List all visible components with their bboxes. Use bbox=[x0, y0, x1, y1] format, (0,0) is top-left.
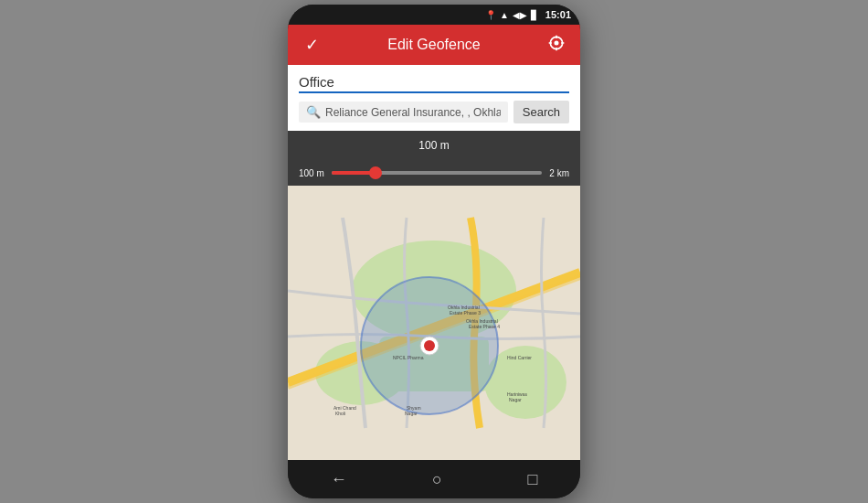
search-bar-container: 🔍 Search bbox=[288, 97, 580, 131]
name-field-container bbox=[288, 65, 580, 97]
radius-slider[interactable] bbox=[332, 171, 543, 175]
check-button[interactable]: ✓ bbox=[299, 35, 324, 55]
battery-icon: ▊ bbox=[531, 10, 538, 20]
recent-apps-button[interactable]: □ bbox=[509, 463, 556, 497]
radius-label: 100 m bbox=[418, 139, 449, 152]
status-icons: 📍 ▲ ◀▶ ▊ 15:01 bbox=[485, 9, 571, 20]
svg-text:Kholi: Kholi bbox=[335, 411, 345, 416]
svg-point-13 bbox=[424, 340, 435, 351]
search-button[interactable]: Search bbox=[513, 101, 569, 123]
slider-thumb[interactable] bbox=[369, 166, 382, 179]
svg-text:Estate Phase 3: Estate Phase 3 bbox=[450, 310, 481, 316]
slider-min-label: 100 m bbox=[299, 168, 324, 178]
slider-row: 100 m 2 km bbox=[288, 160, 580, 186]
content-area: 🔍 Search 100 m 100 m 2 km bbox=[288, 65, 580, 460]
location-icon: 📍 bbox=[485, 10, 496, 20]
radius-bar: 100 m bbox=[288, 131, 580, 160]
svg-text:NPCIL Pharma: NPCIL Pharma bbox=[393, 355, 424, 360]
toolbar-title: Edit Geofence bbox=[324, 37, 544, 53]
svg-text:Nagar: Nagar bbox=[509, 397, 522, 402]
back-button[interactable]: ← bbox=[312, 463, 365, 497]
search-input-wrapper: 🔍 bbox=[299, 102, 508, 123]
phone-frame: 📍 ▲ ◀▶ ▊ 15:01 ✓ Edit Geofence bbox=[288, 5, 580, 498]
wifi-icon: ◀▶ bbox=[513, 10, 527, 20]
map-area[interactable]: Okhla Industrial Estate Phase 3 Okhla In… bbox=[288, 186, 580, 460]
slider-fill bbox=[332, 171, 374, 175]
toolbar: ✓ Edit Geofence bbox=[288, 25, 580, 65]
svg-text:Estate Phase 4: Estate Phase 4 bbox=[469, 324, 500, 329]
location-target-button[interactable] bbox=[544, 34, 569, 57]
status-time: 15:01 bbox=[545, 9, 571, 20]
slider-max-label: 2 km bbox=[549, 168, 569, 178]
signal-icon: ▲ bbox=[500, 10, 509, 20]
svg-text:Hind Carrier: Hind Carrier bbox=[507, 355, 532, 360]
home-button[interactable]: ○ bbox=[414, 463, 460, 497]
status-bar: 📍 ▲ ◀▶ ▊ 15:01 bbox=[288, 5, 580, 25]
nav-bar: ← ○ □ bbox=[288, 460, 580, 498]
map-svg: Okhla Industrial Estate Phase 3 Okhla In… bbox=[288, 186, 580, 460]
search-input[interactable] bbox=[325, 106, 501, 119]
svg-point-1 bbox=[555, 41, 557, 44]
search-icon: 🔍 bbox=[306, 105, 321, 119]
name-input[interactable] bbox=[299, 72, 569, 93]
svg-text:Nagar: Nagar bbox=[405, 411, 418, 416]
